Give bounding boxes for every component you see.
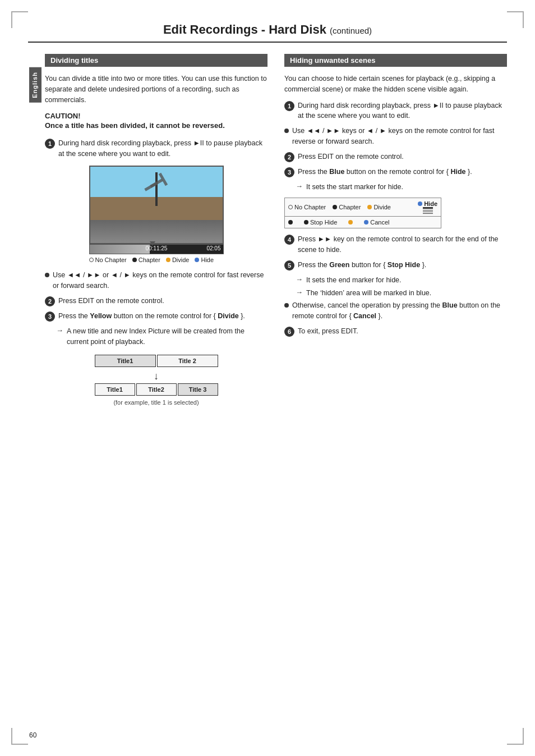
right-step-num-2: 2: [284, 152, 294, 162]
green-label: Green: [329, 261, 349, 269]
right-arrow-sym-3: →: [296, 182, 303, 193]
hide-action-label: Hide: [450, 168, 465, 176]
caution-box: CAUTION! Once a title has been divided, …: [45, 112, 268, 131]
hd-divide-label: Divide: [373, 204, 391, 210]
hd-divide: Divide: [367, 204, 391, 210]
hd-stop-hide: Stop Hide: [304, 219, 337, 226]
blue-label: Blue: [329, 168, 344, 176]
step-num-3: 3: [45, 311, 55, 322]
title-box-bot-left: Title1: [95, 383, 135, 396]
dividing-titles-section: Dividing titles You can divide a title i…: [45, 54, 268, 414]
hm-line-1: [423, 210, 433, 210]
right-step-num-5: 5: [284, 260, 294, 271]
page-number: 60: [29, 731, 36, 739]
hiding-scenes-header: Hiding unwanted scenes: [284, 54, 507, 67]
hd-chapter-label: Chapter: [339, 204, 361, 210]
page-title: Edit Recordings - Hard Disk (continued): [28, 22, 507, 43]
hm-line-2: [423, 212, 433, 212]
left-step-2: 2 Press EDIT on the remote control.: [45, 296, 268, 306]
hm-line-3: [423, 213, 433, 214]
yellow-label: Yellow: [90, 312, 112, 320]
hd-no-chapter-label: No Chapter: [294, 204, 326, 210]
hd-stop-hide-label: Stop Hide: [310, 219, 337, 226]
hd-no-chapter: No Chapter: [288, 204, 326, 210]
left-bullet-1-text: Use ◄◄ / ►► or ◄ / ► keys on the remote …: [53, 270, 268, 291]
hide-bottom-row: Stop Hide Cancel: [285, 217, 441, 228]
language-label: English: [29, 67, 41, 103]
title-box-top-left: Title1: [95, 355, 156, 367]
right-step-3-text: Press the Blue button on the remote cont…: [298, 167, 507, 177]
timebar-duration: 02:05: [206, 245, 220, 251]
right-bullet-2-text: Otherwise, cancel the operation by press…: [292, 300, 507, 322]
hd-hide-label: Hide: [424, 200, 437, 207]
hide-marker-lines: [423, 210, 433, 214]
right-step-num-3: 3: [284, 167, 294, 177]
step-3-text: Press the Yellow button on the remote co…: [58, 311, 268, 322]
dot-chapter: [132, 258, 137, 262]
left-bullet-1: Use ◄◄ / ►► or ◄ / ► keys on the remote …: [45, 270, 268, 291]
left-arrow-1: → A new title and new Index Picture will…: [56, 326, 268, 347]
hd-dot-hide: [418, 201, 422, 206]
video-frame: [89, 166, 224, 244]
right-step-2-text: Press EDIT on the remote control.: [298, 152, 507, 162]
hd-dot-no-chapter: [288, 205, 293, 209]
video-preview: 00:11:25 02:05 No Chapter Chapter: [89, 166, 224, 263]
title-diagram: Title1 Title 2 ↓ Title1 Title2 Title 3 (…: [95, 355, 218, 406]
hd-dot-cancel: [364, 220, 368, 224]
dot-hide: [195, 258, 199, 262]
hd-dot-stop-hide: [304, 220, 308, 224]
right-step-num-4: 4: [284, 235, 294, 245]
right-arrow-text-5b: The ‘hidden’ area will be marked in blue…: [306, 288, 431, 299]
timebar-progress: [90, 245, 150, 254]
right-arrow-sym-5b: →: [296, 288, 303, 299]
chapter-row: No Chapter Chapter Divide Hide: [89, 256, 224, 263]
step-num-2: 2: [45, 296, 55, 306]
right-step-num-6: 6: [284, 327, 294, 337]
no-chapter-label: No Chapter: [95, 256, 127, 263]
hd-hide: Hide: [418, 200, 437, 207]
step-2-text: Press EDIT on the remote control.: [58, 296, 268, 306]
hd-dot-divide: [367, 205, 372, 209]
hd-dot-chapter: [333, 205, 337, 209]
right-step-4: 4 Press ►► key on the remote control to …: [284, 234, 507, 255]
right-step-6-text: To exit, press EDIT.: [298, 326, 507, 337]
title-box-top-right: Title 2: [157, 355, 218, 367]
bullet-dot-1: [45, 273, 49, 277]
hiding-scenes-section: Hiding unwanted scenes You can choose to…: [284, 54, 507, 414]
hd-dot-bottom-icon: [288, 220, 293, 224]
blue-cancel-label: Blue: [442, 301, 458, 309]
stop-hide-action-label: Stop Hide: [388, 261, 420, 269]
divide-label: Divide: [172, 256, 190, 263]
hide-diagram: No Chapter Chapter Divide Hide: [284, 198, 441, 228]
dividing-titles-header: Dividing titles: [45, 54, 268, 67]
video-timebar: 00:11:25 02:05: [89, 244, 224, 254]
cancel-action-label: Cancel: [353, 312, 376, 320]
title-arrow-sym: ↓: [154, 370, 159, 382]
hide-marker: Hide: [418, 200, 437, 214]
caution-title: CAUTION!: [45, 112, 268, 120]
right-arrow-step5b: → The ‘hidden’ area will be marked in bl…: [296, 288, 507, 299]
step-1-text: During hard disk recording playback, pre…: [58, 138, 268, 159]
right-arrow-step3: → It sets the start marker for hide.: [296, 182, 507, 193]
right-step-5-text: Press the Green button for { Stop Hide }…: [298, 260, 507, 271]
right-step-1-text: During hard disk recording playback, pre…: [298, 100, 507, 122]
right-step-1: 1 During hard disk recording playback, p…: [284, 100, 507, 122]
chapter-label: Chapter: [139, 256, 160, 263]
hd-dot-orange-2-icon: [348, 220, 353, 224]
diagram-caption: (for example, title 1 is selected): [95, 399, 218, 406]
timebar-timecode: 00:11:25: [145, 245, 167, 251]
right-step-6: 6 To exit, press EDIT.: [284, 326, 507, 337]
title-box-bot-mid: Title2: [136, 383, 177, 396]
right-step-3: 3 Press the Blue button on the remote co…: [284, 167, 507, 177]
hide-top-row: No Chapter Chapter Divide Hide: [285, 198, 441, 217]
hd-cancel-label: Cancel: [370, 219, 389, 226]
right-bullet-1: Use ◄◄ / ►► keys or ◄ / ► keys on the re…: [284, 126, 507, 147]
no-chapter-dot: No Chapter: [89, 256, 127, 263]
right-bullet-dot-2: [284, 303, 289, 308]
right-arrow-text-3: It sets the start marker for hide.: [306, 182, 403, 193]
arrow-sym-1: →: [56, 326, 63, 347]
title-row-bottom: Title1 Title2 Title 3: [95, 383, 218, 396]
windmill: [142, 175, 170, 192]
hide-label: Hide: [201, 256, 214, 263]
right-step-num-1: 1: [284, 101, 294, 111]
